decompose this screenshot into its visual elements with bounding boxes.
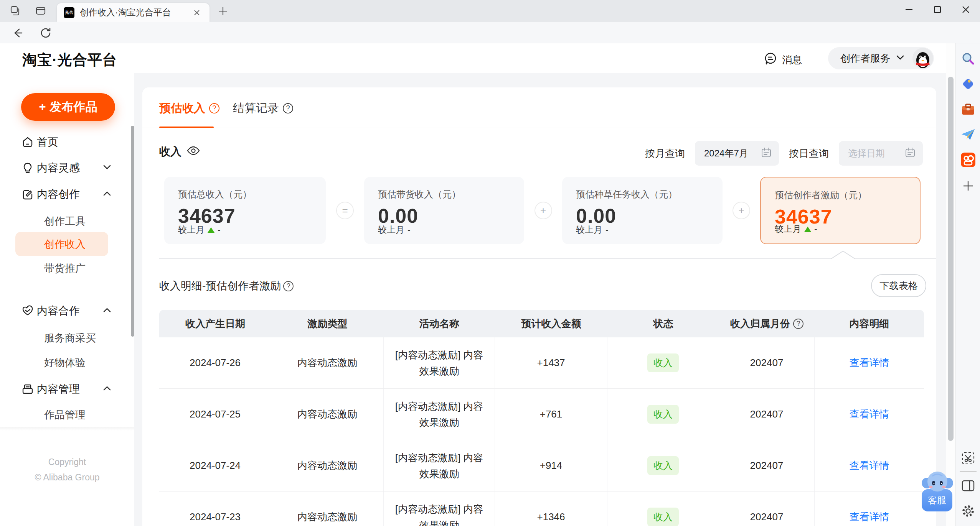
stat-cards-row: 预估总收入（元） 34637 较上月- = 预估带货收入（元） 0.00 较上月… <box>164 177 921 244</box>
sidebar-item-create-tools[interactable]: 创作工具 <box>0 209 134 233</box>
stat-card-total-income: 预估总收入（元） 34637 较上月- <box>164 177 326 244</box>
income-detail-table: 收入产生日期 激励类型 活动名称 预计收入金额 状态 收入归属月份? 内容明细 … <box>159 310 924 526</box>
refresh-icon[interactable] <box>38 26 53 40</box>
sidebar-item-promotion[interactable]: 带货推广 <box>0 256 134 281</box>
messages-button[interactable]: 消息 <box>764 52 802 68</box>
tab-settlement-record[interactable]: 结算记录 ? <box>233 100 293 116</box>
plus-icon: + <box>39 100 46 114</box>
creator-service-dropdown[interactable]: 创作者服务 <box>828 47 934 69</box>
up-triangle-icon <box>804 227 811 232</box>
view-details-link[interactable]: 查看详情 <box>850 356 889 370</box>
publish-work-button[interactable]: + 发布作品 <box>21 93 115 121</box>
month-picker[interactable]: 2024年7月 <box>695 141 779 166</box>
status-badge: 收入 <box>647 405 679 424</box>
window-close-icon[interactable] <box>952 0 980 19</box>
window-minimize-icon[interactable] <box>895 0 923 19</box>
help-icon[interactable]: ? <box>283 103 293 113</box>
workspaces-icon[interactable] <box>8 4 22 18</box>
status-badge: 收入 <box>647 508 679 526</box>
status-badge: 收入 <box>647 353 679 372</box>
back-icon[interactable] <box>11 26 25 40</box>
sidebar-search-icon[interactable] <box>960 51 976 66</box>
tab-title: 创作收入·淘宝光合平台 <box>80 7 191 18</box>
sidebar-item-service-purchase[interactable]: 服务商采买 <box>0 326 134 350</box>
calendar-icon <box>905 147 915 159</box>
new-tab-icon[interactable] <box>217 5 229 18</box>
chevron-down-icon <box>896 54 905 62</box>
active-tab-underline <box>159 127 214 128</box>
by-day-label: 按日查询 <box>789 147 829 160</box>
income-section-title: 收入 <box>159 144 200 159</box>
calendar-icon <box>761 147 771 159</box>
sidebar-add-icon[interactable] <box>960 178 976 194</box>
copyright-text: Copyright © Alibaba Group <box>0 454 134 485</box>
sidebar-kuaishou-icon[interactable] <box>960 152 976 168</box>
stat-card-seeding-task-income: 预估种草任务收入（元） 0.00 较上月- <box>562 177 723 244</box>
download-table-button[interactable]: 下载表格 <box>871 274 926 297</box>
home-icon <box>21 136 34 149</box>
tab-actions-icon[interactable] <box>34 4 48 18</box>
site-logo[interactable]: 淘宝·光合平台 <box>22 50 117 70</box>
sidebar-item-good-experience[interactable]: 好物体验 <box>0 350 134 375</box>
sidebar-item-content-create[interactable]: 内容创作 <box>0 182 134 207</box>
plus-operator: + <box>535 202 552 219</box>
table-row: 2024-07-25 内容动态激励 [内容动态激励] 内容效果激励 +761 收… <box>159 389 924 440</box>
browser-window: 光合 创作收入·淘宝光合平台 https://creator.guanghe.t <box>0 0 980 526</box>
stat-card-sales-income: 预估带货收入（元） 0.00 较上月- <box>364 177 524 244</box>
creator-service-label: 创作者服务 <box>840 52 890 65</box>
elephant-mascot-icon <box>921 470 954 494</box>
screenshot-icon[interactable] <box>960 450 976 466</box>
sidebar-panel-icon[interactable] <box>960 478 976 493</box>
lightbulb-icon <box>21 161 34 174</box>
message-icon <box>764 52 777 68</box>
chevron-up-icon <box>103 191 111 198</box>
browser-toolbar: https://creator.guanghe.taobao.com/page/… <box>0 22 980 43</box>
tab-estimated-income[interactable]: 预估收入 ? <box>159 100 219 116</box>
income-card: 预估收入 ? 结算记录 ? 收入 按月查询 2024年7月 <box>142 87 936 526</box>
help-icon[interactable]: ? <box>793 319 803 329</box>
sidebar-divider <box>0 427 134 431</box>
help-icon[interactable]: ? <box>209 103 219 113</box>
sidebar-item-cooperation[interactable]: 内容合作 <box>0 299 134 323</box>
view-details-link[interactable]: 查看详情 <box>850 408 889 421</box>
eye-icon[interactable] <box>187 146 200 158</box>
sidebar-item-home[interactable]: 首页 <box>0 130 134 155</box>
sidebar-shopping-icon[interactable] <box>960 76 976 92</box>
sidebar-toolbox-icon[interactable] <box>960 102 976 117</box>
site-sidebar: + 发布作品 首页 内容灵感 内容创作 创作工具 创作收入 带货推广 <box>0 73 134 526</box>
sidebar-send-icon[interactable] <box>960 127 976 142</box>
sidebar-item-inspiration[interactable]: 内容灵感 <box>0 156 134 180</box>
status-badge: 收入 <box>647 456 679 475</box>
chevron-down-icon <box>103 164 111 171</box>
table-row: 2024-07-23 内容动态激励 [内容动态激励] 内容效果激励 +1346 … <box>159 491 924 526</box>
date-picker[interactable]: 选择日期 <box>839 141 923 166</box>
stat-card-creator-incentive[interactable]: 预估创作者激励（元） 34637 较上月- <box>760 177 921 244</box>
document-mail-icon <box>21 383 34 396</box>
site-favicon: 光合 <box>64 7 74 18</box>
site-header: 淘宝·光合平台 消息 创作者服务 <box>0 43 946 73</box>
scrollbar-thumb[interactable] <box>948 77 954 441</box>
edge-sidebar-divider <box>960 471 977 472</box>
sidebar-item-create-income[interactable]: 创作收入 <box>0 232 134 256</box>
edit-square-icon <box>21 188 34 201</box>
section-divider <box>159 258 936 259</box>
window-maximize-icon[interactable] <box>923 0 952 19</box>
sidebar-item-work-manage[interactable]: 作品管理 <box>0 403 134 427</box>
sidebar-settings-icon[interactable] <box>960 503 976 519</box>
page-scrollbar[interactable] <box>946 43 955 526</box>
plus-operator: + <box>733 202 750 219</box>
tab-close-icon[interactable] <box>191 7 203 18</box>
view-details-link[interactable]: 查看详情 <box>850 510 889 524</box>
equals-operator: = <box>336 202 354 219</box>
user-avatar[interactable] <box>912 48 933 69</box>
edge-sidebar <box>955 43 980 526</box>
sidebar-item-content-manage[interactable]: 内容管理 <box>0 377 134 401</box>
view-details-link[interactable]: 查看详情 <box>850 459 889 472</box>
sidebar-scrollbar[interactable] <box>131 126 134 337</box>
customer-service-button[interactable]: 客服 <box>922 472 953 511</box>
heart-hand-icon <box>21 304 34 317</box>
table-row: 2024-07-24 内容动态激励 [内容动态激励] 内容效果激励 +914 收… <box>159 440 924 491</box>
help-icon[interactable]: ? <box>283 281 294 291</box>
chevron-up-icon <box>103 307 111 314</box>
browser-tab[interactable]: 光合 创作收入·淘宝光合平台 <box>57 3 210 22</box>
